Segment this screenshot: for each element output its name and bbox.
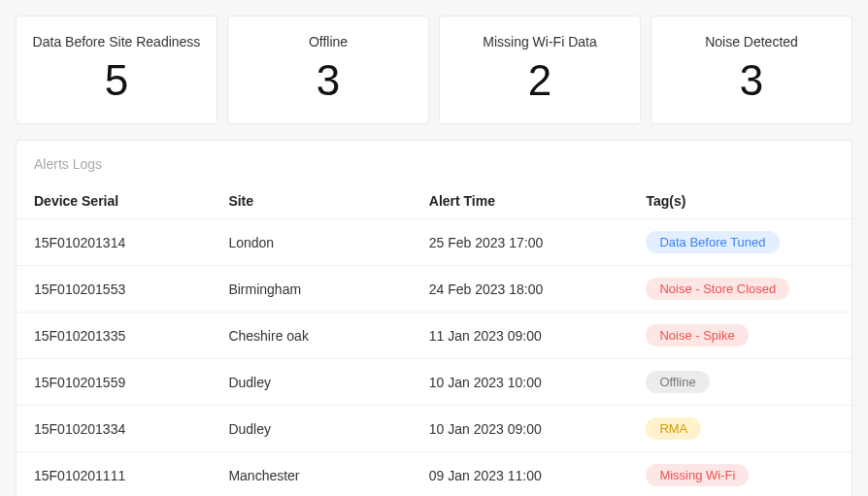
stat-value: 3 (240, 59, 417, 102)
cell-tags: Noise - Store Closed (634, 266, 851, 313)
alerts-logs-table: Device Serial Site Alert Time Tag(s) 15F… (17, 183, 851, 496)
header-tags[interactable]: Tag(s) (634, 183, 851, 219)
tag-badge[interactable]: RMA (646, 417, 701, 440)
header-site[interactable]: Site (217, 183, 417, 219)
cell-tags: Missing Wi-Fi (634, 452, 851, 497)
table-row[interactable]: 15F010201314London25 Feb 2023 17:00Data … (17, 219, 851, 266)
cell-alert-time: 10 Jan 2023 10:00 (417, 359, 635, 406)
stat-value: 2 (451, 59, 628, 102)
stat-label: Offline (240, 34, 417, 50)
cell-tags: Offline (634, 359, 851, 406)
alerts-logs-panel: Alerts Logs Device Serial Site Alert Tim… (16, 140, 852, 496)
table-row[interactable]: 15F010201559Dudley10 Jan 2023 10:00Offli… (17, 359, 851, 406)
cell-alert-time: 09 Jan 2023 11:00 (417, 452, 635, 497)
table-row[interactable]: 15F010201334Dudley10 Jan 2023 09:00RMA (17, 406, 851, 452)
header-alert-time[interactable]: Alert Time (417, 183, 635, 219)
tag-badge[interactable]: Missing Wi-Fi (646, 464, 749, 486)
cell-device-serial: 15F010201314 (17, 219, 217, 266)
cell-alert-time: 10 Jan 2023 09:00 (417, 406, 635, 452)
table-row[interactable]: 15F010201335Cheshire oak11 Jan 2023 09:0… (17, 313, 851, 359)
table-header-row: Device Serial Site Alert Time Tag(s) (17, 183, 851, 219)
stat-value: 3 (663, 59, 840, 102)
cell-device-serial: 15F010201334 (17, 406, 217, 452)
stats-row: Data Before Site Readiness 5 Offline 3 M… (16, 16, 852, 124)
cell-device-serial: 15F010201335 (17, 313, 217, 359)
cell-alert-time: 11 Jan 2023 09:00 (417, 313, 635, 359)
stat-label: Data Before Site Readiness (28, 34, 205, 50)
stat-card-data-before-site-readiness[interactable]: Data Before Site Readiness 5 (16, 16, 217, 124)
stat-card-missing-wifi-data[interactable]: Missing Wi-Fi Data 2 (439, 16, 641, 124)
tag-badge[interactable]: Data Before Tuned (646, 231, 779, 253)
stat-label: Noise Detected (663, 34, 840, 50)
tag-badge[interactable]: Noise - Store Closed (646, 278, 789, 300)
cell-site: Dudley (217, 406, 417, 452)
cell-device-serial: 15F010201111 (17, 452, 217, 497)
cell-tags: Noise - Spike (634, 313, 851, 359)
cell-alert-time: 25 Feb 2023 17:00 (417, 219, 635, 266)
table-row[interactable]: 15F010201111Manchester09 Jan 2023 11:00M… (17, 452, 851, 497)
tag-badge[interactable]: Offline (646, 371, 709, 393)
cell-site: Dudley (217, 359, 417, 406)
stat-label: Missing Wi-Fi Data (451, 34, 628, 50)
stat-card-offline[interactable]: Offline 3 (227, 16, 429, 124)
cell-tags: RMA (634, 406, 851, 452)
cell-device-serial: 15F010201559 (17, 359, 217, 406)
stat-card-noise-detected[interactable]: Noise Detected 3 (651, 16, 852, 124)
cell-site: Cheshire oak (217, 313, 417, 359)
header-device-serial[interactable]: Device Serial (17, 183, 217, 219)
table-row[interactable]: 15F010201553Birmingham24 Feb 2023 18:00N… (17, 266, 851, 313)
tag-badge[interactable]: Noise - Spike (646, 324, 748, 347)
cell-site: Manchester (217, 452, 417, 497)
cell-alert-time: 24 Feb 2023 18:00 (417, 266, 635, 313)
alerts-logs-title: Alerts Logs (17, 141, 851, 183)
cell-site: Birmingham (217, 266, 417, 313)
cell-device-serial: 15F010201553 (17, 266, 217, 313)
stat-value: 5 (28, 59, 205, 102)
cell-tags: Data Before Tuned (634, 219, 851, 266)
cell-site: London (217, 219, 417, 266)
